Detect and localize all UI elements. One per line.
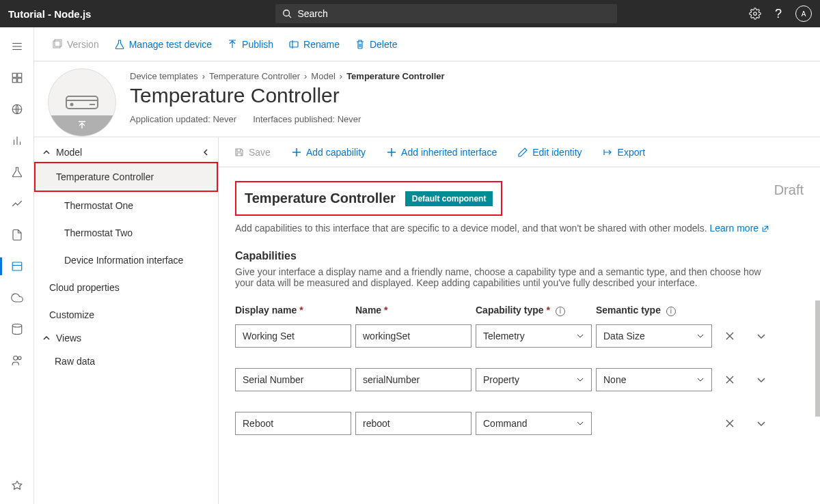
flask-icon[interactable] [10, 165, 24, 179]
name-input[interactable]: serialNumber [355, 368, 472, 391]
version-button[interactable]: Version [48, 36, 103, 53]
document-icon[interactable] [10, 228, 24, 242]
tree-item-cloud-properties[interactable]: Cloud properties [34, 274, 218, 301]
capability-row: Working Set workingSet Telemetry Data Si… [235, 324, 804, 348]
info-icon[interactable]: i [556, 307, 565, 316]
editor: Save Add capability Add inherited interf… [219, 137, 820, 504]
delete-button[interactable]: Delete [351, 36, 401, 53]
edit-identity-button[interactable]: Edit identity [513, 144, 586, 160]
add-inherited-button[interactable]: Add inherited interface [382, 144, 501, 160]
remove-row-button[interactable] [716, 368, 743, 391]
model-tree: Model Temperature Controller Thermostat … [34, 137, 219, 504]
info-icon[interactable]: i [666, 307, 676, 316]
capability-row: Serial Number serialNumber Property None [235, 368, 804, 391]
globe-icon[interactable] [10, 102, 24, 116]
scrollbar[interactable] [815, 300, 820, 417]
capability-type-select[interactable]: Command [476, 412, 592, 435]
expand-row-button[interactable] [748, 368, 775, 391]
database-icon[interactable] [10, 322, 24, 336]
display-name-input[interactable]: Working Set [235, 324, 351, 348]
chevron-up-icon [42, 148, 51, 156]
chevron-left-icon [202, 148, 210, 156]
component-title: Temperature Controller [245, 191, 396, 206]
save-button[interactable]: Save [230, 144, 275, 160]
model-section-header[interactable]: Model [34, 143, 218, 162]
command-bar: Version Manage test device Publish Renam… [34, 27, 820, 61]
semantic-type-select[interactable]: Data Size [596, 324, 712, 348]
capabilities-table: Display name * Name * Capability type * … [235, 305, 804, 435]
views-section-header[interactable]: Views [34, 328, 218, 348]
chevron-right-icon: › [340, 71, 342, 81]
left-rail [0, 27, 34, 504]
tree-item-device-info[interactable]: Device Information interface [34, 247, 218, 274]
editor-command-bar: Save Add capability Add inherited interf… [219, 137, 820, 167]
default-component-badge: Default component [405, 191, 493, 206]
col-semantic-type: Semantic type i [596, 305, 712, 316]
breadcrumb-current: Temperature Controller [346, 71, 445, 81]
delete-icon [355, 39, 366, 50]
avatar[interactable]: A [795, 5, 812, 22]
settings-icon[interactable] [10, 479, 24, 493]
tree-item-temperature-controller[interactable]: Temperature Controller [34, 162, 218, 192]
export-button[interactable]: Export [599, 144, 649, 160]
display-name-input[interactable]: Serial Number [235, 368, 351, 391]
status-label: Draft [774, 182, 804, 198]
display-name-input[interactable]: Reboot [235, 412, 351, 435]
remove-row-button[interactable] [716, 324, 743, 348]
tree-item-thermostat-two[interactable]: Thermostat Two [34, 219, 218, 247]
gear-icon[interactable] [749, 8, 761, 20]
manage-test-device-button[interactable]: Manage test device [110, 36, 216, 53]
col-capability-type: Capability type * i [476, 305, 592, 316]
tree-item-customize[interactable]: Customize [34, 301, 218, 328]
svg-rect-9 [17, 79, 21, 83]
svg-point-16 [12, 324, 22, 328]
search-placeholder: Search [297, 8, 327, 19]
expand-row-button[interactable] [748, 324, 775, 348]
publish-button[interactable]: Publish [223, 36, 277, 53]
chevron-right-icon: › [304, 71, 307, 81]
breadcrumb-item[interactable]: Device templates [130, 71, 198, 81]
plus-icon [291, 147, 302, 158]
name-input[interactable]: reboot [355, 412, 472, 435]
breadcrumb-item[interactable]: Temperature Controller [209, 71, 300, 81]
svg-rect-14 [12, 262, 22, 270]
rename-icon [288, 39, 299, 50]
cloud-icon[interactable] [10, 291, 24, 305]
template-icon[interactable] [10, 260, 24, 273]
learn-more-link[interactable]: Learn more [710, 223, 769, 234]
tree-item-raw-data[interactable]: Raw data [34, 348, 218, 375]
breadcrumb-item[interactable]: Model [311, 71, 335, 81]
app-updated: Application updated: Never [130, 114, 236, 124]
users-icon[interactable] [10, 354, 24, 367]
capability-type-select[interactable]: Property [476, 368, 592, 391]
search-input[interactable]: Search [275, 4, 617, 23]
name-input[interactable]: workingSet [355, 324, 472, 348]
analytics-icon[interactable] [10, 134, 24, 148]
svg-rect-7 [17, 73, 21, 77]
remove-row-button[interactable] [716, 412, 743, 435]
plus-icon [386, 147, 397, 158]
dashboard-icon[interactable] [10, 71, 24, 85]
chevron-down-icon [696, 332, 705, 340]
edit-icon [517, 147, 528, 158]
expand-row-button[interactable] [748, 412, 775, 435]
menu-icon[interactable] [10, 40, 24, 53]
help-icon[interactable]: ? [775, 7, 782, 21]
capability-type-select[interactable]: Telemetry [476, 324, 592, 348]
rename-button[interactable]: Rename [284, 36, 344, 53]
app-title: Tutorial - Node.js [8, 8, 91, 20]
top-bar: Tutorial - Node.js Search ? A [0, 0, 820, 27]
chart-icon[interactable] [10, 197, 24, 210]
device-icon [65, 92, 99, 113]
svg-point-0 [284, 10, 290, 16]
save-icon [234, 147, 245, 158]
svg-point-2 [754, 12, 757, 16]
add-capability-button[interactable]: Add capability [287, 144, 370, 160]
tree-item-thermostat-one[interactable]: Thermostat One [34, 192, 218, 219]
breadcrumb: Device templates › Temperature Controlle… [130, 71, 445, 81]
chevron-right-icon: › [202, 71, 205, 81]
chevron-down-icon [696, 376, 705, 384]
semantic-type-select[interactable]: None [596, 368, 712, 391]
publish-icon [227, 39, 238, 50]
col-name: Name * [355, 305, 472, 316]
